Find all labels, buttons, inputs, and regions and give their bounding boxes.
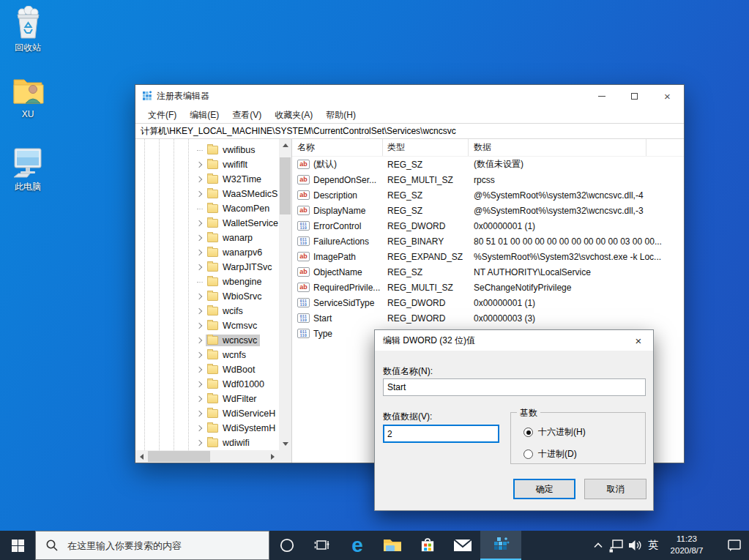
expand-chevron-icon[interactable] — [196, 425, 202, 431]
cortana-button[interactable] — [269, 531, 305, 560]
expand-chevron-icon[interactable] — [196, 308, 202, 314]
expand-chevron-icon[interactable] — [196, 337, 202, 343]
task-view-button[interactable] — [305, 531, 340, 560]
horizontal-scroll-thumb[interactable] — [148, 451, 210, 462]
expand-chevron-icon[interactable] — [196, 367, 202, 373]
expand-chevron-icon[interactable] — [196, 381, 202, 387]
language-indicator[interactable]: 英 — [644, 531, 663, 560]
menu-item[interactable]: 编辑(E) — [183, 109, 226, 122]
minimize-button[interactable] — [585, 85, 618, 107]
tree-item-WdiSystemH[interactable]: WdiSystemH — [135, 421, 279, 436]
edge-button[interactable]: e — [340, 531, 375, 560]
tree-item-wcncsvc[interactable]: wcncsvc — [135, 333, 279, 348]
registry-value-row-Start[interactable]: 011110StartREG_DWORD0x00000003 (3) — [292, 310, 684, 326]
tree-item-WdiServiceH[interactable]: WdiServiceH — [135, 406, 279, 421]
value-name-field[interactable]: Start — [383, 378, 646, 396]
store-button[interactable] — [410, 531, 445, 560]
expand-chevron-icon[interactable] — [196, 264, 202, 270]
expand-chevron-icon[interactable] — [196, 162, 202, 168]
tree-item-wanarpv6[interactable]: wanarpv6 — [135, 245, 279, 260]
expand-chevron-icon[interactable] — [196, 294, 202, 299]
expand-chevron-icon[interactable] — [196, 396, 202, 402]
tree-item-Wcmsvc[interactable]: Wcmsvc — [135, 318, 279, 333]
registry-value-row-FailureActions[interactable]: 011110FailureActionsREG_BINARY80 51 01 0… — [292, 234, 684, 249]
scroll-down-button[interactable] — [279, 438, 291, 450]
menu-item[interactable]: 查看(V) — [226, 109, 268, 122]
expand-chevron-icon[interactable] — [196, 191, 202, 197]
tree-item-wanarp[interactable]: wanarp — [135, 231, 279, 245]
network-tray-button[interactable] — [607, 531, 625, 560]
desktop-icon-recycle-bin[interactable]: 回收站 — [6, 6, 50, 54]
title-bar[interactable]: 注册表编辑器 × — [135, 85, 684, 107]
menu-item[interactable]: 帮助(H) — [319, 109, 362, 122]
maximize-button[interactable] — [618, 85, 651, 107]
expand-chevron-icon[interactable] — [196, 411, 202, 417]
address-bar[interactable]: 计算机\HKEY_LOCAL_MACHINE\SYSTEM\CurrentCon… — [135, 123, 684, 139]
tree-item-WbioSrvc[interactable]: WbioSrvc — [135, 289, 279, 304]
tree-item-WarpJITSvc[interactable]: WarpJITSvc — [135, 260, 279, 275]
tray-expand-button[interactable] — [589, 531, 607, 560]
scroll-up-button[interactable] — [279, 139, 291, 152]
tree-item-wdiwifi[interactable]: wdiwifi — [135, 436, 279, 450]
tree-item-Wdf01000[interactable]: Wdf01000 — [135, 377, 279, 392]
expand-chevron-icon[interactable] — [196, 352, 202, 358]
search-input[interactable] — [66, 540, 253, 552]
tree-item-WaaSMedicS[interactable]: WaaSMedicS — [135, 187, 279, 201]
value-data-input[interactable] — [383, 425, 499, 443]
registry-value-row-ErrorControl[interactable]: 011110ErrorControlREG_DWORD0x00000001 (1… — [292, 218, 684, 234]
expand-chevron-icon[interactable] — [196, 220, 202, 226]
cancel-button[interactable]: 取消 — [584, 479, 646, 499]
tree-item-wbengine[interactable]: wbengine — [135, 275, 279, 289]
expand-chevron-icon[interactable] — [196, 440, 202, 446]
registry-value-row-ImagePath[interactable]: abImagePathREG_EXPAND_SZ%SystemRoot%\Sys… — [292, 249, 684, 264]
expand-chevron-icon[interactable] — [196, 250, 202, 255]
mail-button[interactable] — [445, 531, 480, 560]
dialog-close-button[interactable]: × — [624, 330, 653, 351]
start-button[interactable] — [0, 531, 35, 560]
vertical-scroll-thumb[interactable] — [280, 157, 291, 214]
taskbar-search-box[interactable] — [35, 531, 269, 560]
registry-value-row-Description[interactable]: abDescriptionREG_SZ@%SystemRoot%\system3… — [292, 187, 684, 203]
expand-chevron-icon[interactable] — [196, 176, 202, 182]
expand-chevron-icon[interactable] — [196, 323, 202, 329]
desktop-icon-this-pc[interactable]: 此电脑 — [6, 146, 50, 193]
registry-value-row-RequiredPrivile...[interactable]: abRequiredPrivile...REG_MULTI_SZSeChange… — [292, 280, 684, 295]
taskbar-clock[interactable]: 11:23 2020/8/7 — [663, 531, 711, 560]
radio-decimal[interactable]: 十进制(D) — [523, 448, 577, 460]
menu-item[interactable]: 收藏夹(A) — [268, 109, 319, 122]
desktop-icon-xu-folder[interactable]: XU — [6, 75, 50, 119]
tree-horizontal-scrollbar[interactable] — [135, 450, 279, 463]
tree-item-wcifs[interactable]: wcifs — [135, 304, 279, 318]
tree-item-WalletService[interactable]: WalletService — [135, 216, 279, 231]
action-center-button[interactable] — [720, 531, 749, 560]
tree-item-W32Time[interactable]: W32Time — [135, 172, 279, 187]
registry-value-row-DependOnSer...[interactable]: abDependOnSer...REG_MULTI_SZrpcss — [292, 172, 684, 187]
radio-hexadecimal[interactable]: 十六进制(H) — [523, 426, 586, 438]
column-header-type[interactable]: 类型 — [383, 139, 469, 156]
column-header-name[interactable]: 名称 — [292, 139, 383, 156]
file-explorer-button[interactable] — [375, 531, 410, 560]
tree-item-vwififlt[interactable]: vwififlt — [135, 157, 279, 172]
dialog-title-bar[interactable]: 编辑 DWORD (32 位)值 × — [375, 330, 653, 351]
registry-value-row-ServiceSidType[interactable]: 011110ServiceSidTypeREG_DWORD0x00000001 … — [292, 295, 684, 310]
tree-item-WdBoot[interactable]: WdBoot — [135, 362, 279, 377]
registry-value-row-ObjectName[interactable]: abObjectNameREG_SZNT AUTHORITY\LocalServ… — [292, 264, 684, 280]
registry-value-row-DisplayName[interactable]: abDisplayNameREG_SZ@%SystemRoot%\system3… — [292, 203, 684, 218]
tree-item-wcnfs[interactable]: wcnfs — [135, 348, 279, 362]
radio-selected-icon[interactable] — [523, 428, 533, 437]
menu-item[interactable]: 文件(F) — [141, 109, 183, 122]
registry-editor-taskbar-button[interactable] — [480, 531, 521, 560]
tree-item-WacomPen[interactable]: WacomPen — [135, 201, 279, 216]
tree-vertical-scrollbar[interactable] — [279, 139, 291, 450]
tree-item-WdFilter[interactable]: WdFilter — [135, 392, 279, 406]
radio-unselected-icon[interactable] — [523, 449, 533, 459]
scroll-left-button[interactable] — [135, 450, 148, 463]
volume-tray-button[interactable] — [625, 531, 644, 560]
column-header-data[interactable]: 数据 — [469, 139, 646, 156]
ok-button[interactable]: 确定 — [513, 479, 575, 499]
close-button[interactable]: × — [651, 85, 684, 107]
scroll-right-button[interactable] — [267, 450, 279, 463]
registry-value-row-(默认)[interactable]: ab(默认)REG_SZ(数值未设置) — [292, 157, 684, 172]
expand-chevron-icon[interactable] — [196, 235, 202, 241]
tree-item-vwifibus[interactable]: vwifibus — [135, 143, 279, 157]
